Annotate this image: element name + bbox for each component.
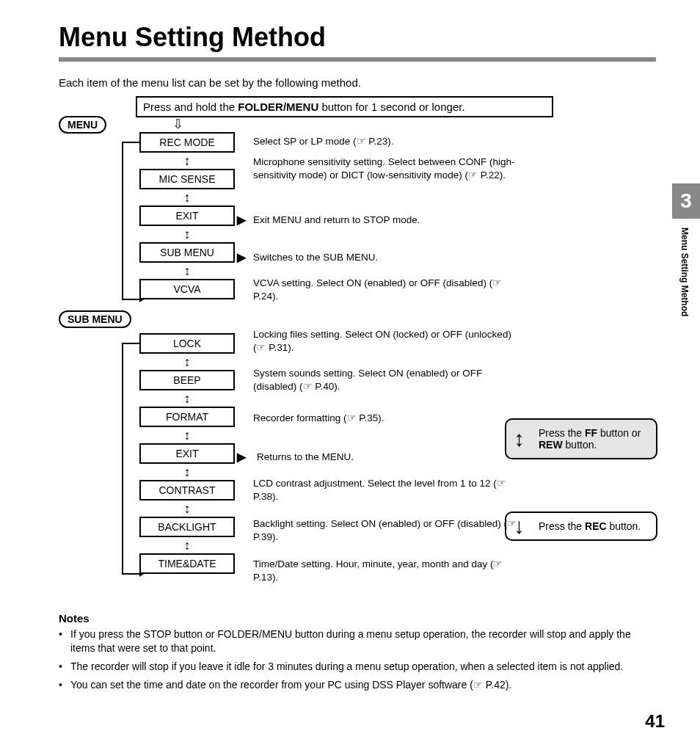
down-arrow-icon: ⇩: [172, 119, 183, 129]
hint-ff-rew: ↕ Press the FF button or REW button.: [505, 418, 657, 459]
title-rule: [59, 57, 656, 62]
updown-arrow-icon: ↕: [139, 392, 235, 405]
right-arrow-icon: ▶: [237, 450, 246, 464]
page-number: 41: [645, 711, 665, 732]
step-prefix: Press and hold the: [143, 101, 238, 113]
desc-format: Recorder formatting (☞ P.35).: [253, 412, 517, 425]
step-suffix: button for 1 second or longer.: [318, 101, 464, 113]
menu-item-rec-mode: REC MODE: [139, 132, 235, 153]
menu-item-vcva: VCVA: [139, 279, 235, 299]
menu-loop: [122, 142, 139, 300]
menu-diagram: ⇩ MENU REC MODE ↕ MIC SENSE ↕ EXIT ↕ SUB…: [59, 120, 656, 605]
menu-label: MENU: [59, 116, 106, 134]
hint-rec-text: Press the REC button.: [539, 520, 641, 532]
desc-vcva: VCVA setting. Select ON (enabled) or OFF…: [253, 277, 517, 303]
page-title: Menu Setting Method: [59, 22, 656, 53]
desc-mic-sense: Microphone sensitivity setting. Select b…: [253, 156, 517, 182]
updown-arrow-icon: ↕: [139, 227, 235, 241]
updown-arrow-icon: ↕: [139, 191, 235, 204]
submenu-item-timedate: TIME&DATE: [139, 553, 235, 574]
desc-lock: Locking files setting. Select ON (locked…: [253, 328, 517, 354]
submenu-item-lock: LOCK: [139, 333, 235, 354]
note-item: If you press the STOP button or FOLDER/M…: [59, 627, 656, 655]
updown-arrow-icon: ↕: [139, 465, 235, 478]
desc-sub-menu: Switches to the SUB MENU.: [253, 251, 517, 264]
desc-exit2: Returns to the MENU.: [257, 451, 521, 464]
right-arrow-icon: ▶: [237, 250, 246, 264]
step-instruction: Press and hold the FOLDER/MENU button fo…: [136, 96, 553, 117]
note-item: The recorder will stop if you leave it i…: [59, 660, 656, 674]
hint-rec: ↓ Press the REC button.: [505, 511, 657, 541]
side-title: Menu Setting Method: [679, 227, 690, 316]
notes-heading: Notes: [59, 612, 656, 625]
desc-contrast: LCD contrast adjustment. Select the leve…: [253, 477, 517, 503]
desc-exit: Exit MENU and return to STOP mode.: [253, 214, 517, 227]
submenu-item-contrast: CONTRAST: [139, 480, 235, 500]
updown-arrow-icon: ↕: [139, 502, 235, 515]
down-arrow-icon: ↓: [514, 514, 525, 539]
submenu-item-backlight: BACKLIGHT: [139, 517, 235, 537]
menu-item-exit: EXIT: [139, 205, 235, 226]
menu-item-sub-menu: SUB MENU: [139, 242, 235, 263]
updown-arrow-icon: ↕: [139, 429, 235, 442]
updown-arrow-icon: ↕: [514, 426, 525, 451]
note-item: You can set the time and date on the rec…: [59, 678, 656, 692]
hint-nav-text: Press the FF button or REW button.: [539, 427, 641, 451]
step-bold: FOLDER/MENU: [238, 101, 318, 113]
notes-list: If you press the STOP button or FOLDER/M…: [59, 627, 656, 692]
intro-text: Each item of the menu list can be set by…: [59, 76, 656, 89]
submenu-item-beep: BEEP: [139, 370, 235, 390]
submenu-label: SUB MENU: [59, 310, 131, 328]
submenu-loop: [122, 343, 139, 575]
menu-item-mic-sense: MIC SENSE: [139, 169, 235, 189]
desc-backlight: Backlight setting. Select ON (enabled) o…: [253, 517, 517, 544]
updown-arrow-icon: ↕: [139, 154, 235, 167]
submenu-item-exit: EXIT: [139, 443, 235, 464]
desc-timedate: Time/Date setting. Hour, minute, year, m…: [253, 558, 517, 584]
section-number-tab: 3: [672, 183, 700, 219]
updown-arrow-icon: ↕: [139, 355, 235, 368]
submenu-item-format: FORMAT: [139, 407, 235, 427]
desc-beep: System sounds setting. Select ON (enable…: [253, 367, 517, 393]
desc-rec-mode: Select SP or LP mode (☞ P.23).: [253, 135, 517, 148]
updown-arrow-icon: ↕: [139, 539, 235, 552]
right-arrow-icon: ▶: [237, 213, 246, 227]
updown-arrow-icon: ↕: [139, 264, 235, 277]
